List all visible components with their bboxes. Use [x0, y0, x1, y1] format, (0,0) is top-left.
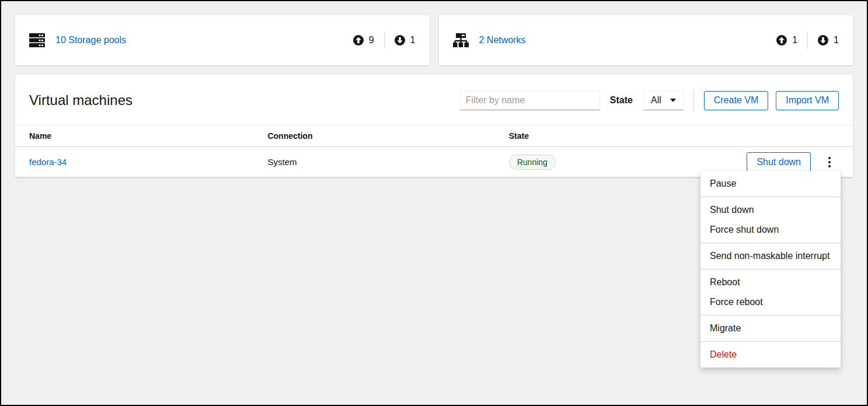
- state-filter-select[interactable]: All: [643, 91, 684, 110]
- state-filter-value: All: [651, 95, 661, 106]
- menu-item-migrate[interactable]: Migrate: [700, 318, 841, 338]
- divider: [384, 32, 385, 49]
- vm-actions-dropdown-menu: Pause Shut down Force shut down Send non…: [700, 171, 841, 368]
- storage-pools-link[interactable]: 10 Storage pools: [55, 35, 126, 46]
- storage-pools-down-count: 1: [410, 35, 416, 46]
- networks-card: 2 Networks 1 1: [439, 15, 853, 65]
- storage-pools-card: 10 Storage pools 9 1: [15, 15, 430, 65]
- vm-card-header: Virtual machines State All Create VM Imp…: [15, 75, 853, 125]
- page-content: 10 Storage pools 9 1: [1, 1, 867, 191]
- import-vm-button[interactable]: Import VM: [776, 91, 839, 110]
- row-actions: Shut down: [710, 152, 846, 172]
- networks-down-count: 1: [834, 35, 839, 46]
- storage-pools-icon: [29, 33, 45, 48]
- column-header-state: State: [502, 125, 703, 147]
- vm-toolbar: State All Create VM Import VM: [460, 90, 839, 111]
- shut-down-button[interactable]: Shut down: [747, 152, 811, 172]
- cockpit-virtual-machines-page: { "summary_cards": [ { "label": "10 Stor…: [0, 0, 868, 406]
- vm-connection: System: [267, 157, 297, 167]
- virtual-machines-card: Virtual machines State All Create VM Imp…: [15, 75, 853, 177]
- status-badge: Running: [509, 155, 556, 170]
- menu-item-delete[interactable]: Delete: [700, 345, 841, 365]
- vm-name-link[interactable]: fedora-34: [29, 157, 67, 167]
- state-filter-label: State: [610, 95, 633, 106]
- networks-up-count: 1: [792, 35, 797, 46]
- toolbar-divider: [693, 90, 694, 111]
- kebab-menu-icon[interactable]: [820, 152, 839, 172]
- divider: [807, 32, 808, 49]
- networks-icon: [453, 33, 469, 48]
- arrow-circle-down-icon: [818, 35, 828, 46]
- caret-down-icon: [670, 99, 676, 102]
- summary-row: 10 Storage pools 9 1: [15, 15, 853, 65]
- menu-item-reboot[interactable]: Reboot: [700, 272, 841, 292]
- arrow-circle-up-icon: [776, 35, 787, 46]
- arrow-circle-up-icon: [353, 35, 364, 46]
- networks-link[interactable]: 2 Networks: [479, 35, 526, 46]
- menu-item-force-shut-down[interactable]: Force shut down: [700, 220, 841, 240]
- page-title: Virtual machines: [29, 92, 133, 108]
- menu-item-send-non-maskable-interrupt[interactable]: Send non-maskable interrupt: [700, 246, 841, 266]
- storage-pools-up-count: 9: [369, 35, 374, 46]
- column-header-actions: [703, 125, 853, 147]
- menu-item-force-reboot[interactable]: Force reboot: [700, 292, 841, 312]
- vm-table-header-row: Name Connection State: [15, 125, 853, 147]
- menu-item-pause[interactable]: Pause: [700, 174, 841, 194]
- vm-table: Name Connection State fedora-34 System R…: [15, 125, 853, 177]
- column-header-name: Name: [15, 125, 260, 147]
- arrow-circle-down-icon: [395, 35, 405, 46]
- column-header-connection: Connection: [260, 125, 501, 147]
- menu-item-shut-down[interactable]: Shut down: [700, 200, 841, 220]
- create-vm-button[interactable]: Create VM: [704, 91, 768, 110]
- filter-by-name-input[interactable]: [460, 91, 600, 110]
